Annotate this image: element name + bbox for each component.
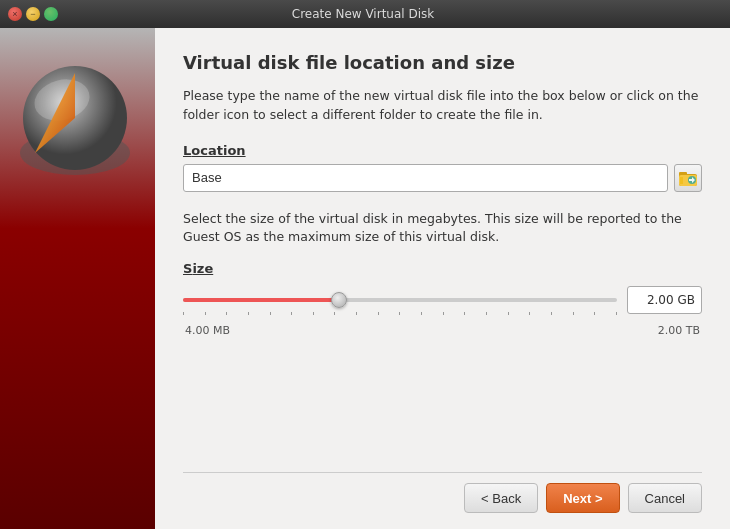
- slider-min-label: 4.00 MB: [185, 324, 230, 337]
- next-button[interactable]: Next >: [546, 483, 619, 513]
- disk-illustration: [10, 58, 140, 188]
- description-text-1: Please type the name of the new virtual …: [183, 87, 702, 125]
- dialog-container: Virtual disk file location and size Plea…: [0, 28, 730, 529]
- slider-max-label: 2.00 TB: [658, 324, 700, 337]
- slider-fill: [183, 298, 339, 302]
- location-row: [183, 164, 702, 192]
- left-panel: [0, 28, 155, 529]
- cancel-button[interactable]: Cancel: [628, 483, 702, 513]
- right-panel: Virtual disk file location and size Plea…: [155, 28, 730, 529]
- slider-track: [183, 298, 617, 302]
- close-button[interactable]: ×: [8, 7, 22, 21]
- slider-range-row: 4.00 MB 2.00 TB: [183, 324, 702, 337]
- description-text-2: Select the size of the virtual disk in m…: [183, 210, 702, 248]
- folder-icon: [679, 170, 697, 186]
- slider-thumb[interactable]: [331, 292, 347, 308]
- location-input[interactable]: [183, 164, 668, 192]
- size-label-underline: S: [183, 261, 192, 276]
- size-slider-container: [183, 290, 617, 310]
- minimize-button[interactable]: −: [26, 7, 40, 21]
- spacer: [183, 337, 702, 464]
- size-value-display[interactable]: 2.00 GB: [627, 286, 702, 314]
- folder-browse-button[interactable]: [674, 164, 702, 192]
- slider-ticks: [183, 310, 617, 316]
- window-title: Create New Virtual Disk: [64, 7, 662, 21]
- back-button[interactable]: < Back: [464, 483, 538, 513]
- size-label: Size: [183, 261, 702, 276]
- size-label-rest: ize: [192, 261, 213, 276]
- location-label: Location: [183, 143, 702, 158]
- page-title: Virtual disk file location and size: [183, 52, 702, 73]
- titlebar: × − Create New Virtual Disk: [0, 0, 730, 28]
- slider-row: 2.00 GB: [183, 286, 702, 314]
- window-controls: × −: [8, 7, 58, 21]
- maximize-button[interactable]: [44, 7, 58, 21]
- bottom-bar: < Back Next > Cancel: [183, 472, 702, 513]
- size-value-text: 2.00 GB: [647, 293, 695, 307]
- location-label-rest: ocation: [191, 143, 245, 158]
- svg-rect-7: [680, 177, 683, 184]
